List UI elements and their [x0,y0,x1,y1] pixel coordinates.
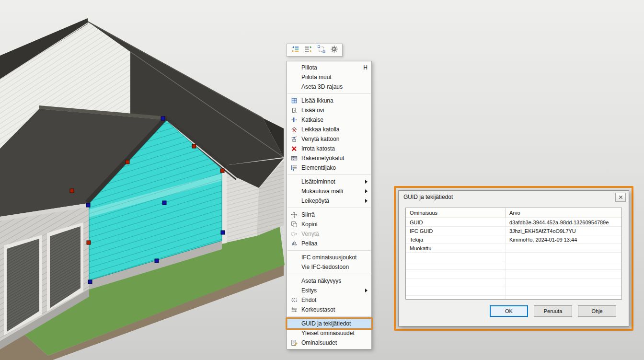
menu-item-kopioi[interactable]: Kopioi [287,220,371,229]
selection-handle-blue[interactable] [221,231,225,234]
menu-item-label: Venytä [301,231,368,237]
element-list-button[interactable] [302,45,314,55]
guid-dialog: GUID ja tekijätiedot Ominaisuus Arvo GUI… [398,190,629,326]
table-header[interactable]: Ominaisuus Arvo [406,208,621,218]
table-row[interactable] [406,279,621,287]
selection-handle-red[interactable] [70,189,74,193]
menu-item-lisatoiminnot[interactable]: Lisätoiminnot [287,177,371,186]
selection-handle-red[interactable] [192,144,196,148]
table-row[interactable]: IFC GUID3Jhzi_EKH5AfZT4oO9L7YU [406,227,621,235]
selection-handle-blue[interactable] [86,203,90,207]
selection-handle-red[interactable] [220,169,224,173]
table-row[interactable]: Muokattu [406,244,621,253]
menu-item-piilota[interactable]: PiilotaH [287,63,371,72]
menu-item-vie-ifc-tiedostoon[interactable]: Vie IFC-tiedostoon [287,262,371,272]
no-icon [290,187,299,195]
value-cell [506,270,621,278]
menu-item-label: Piilota [301,64,358,71]
menu-item-label: Korkeustasot [301,306,368,313]
cut-roof-icon [290,126,299,133]
context-menu: PiilotaHPiilota muutAseta 3D-rajausLisää… [287,61,372,349]
menu-item-peilaa[interactable]: Peilaa [287,239,371,248]
menu-item-guid-ja-tekijatiedot[interactable]: GUID ja tekijätiedot [287,319,371,328]
table-row[interactable]: GUIDd3afdb3e-3944-452a-98dd-13260954789e [406,218,621,227]
dialog-body: Ominaisuus Arvo GUIDd3afdb3e-3944-452a-9… [399,203,629,326]
column-header-property[interactable]: Ominaisuus [406,208,506,218]
menu-item-label: Kopioi [301,221,368,228]
menu-item-label: Leikkaa katolla [301,126,368,133]
selection-handle-red[interactable] [87,241,91,244]
menu-item-elementtijako[interactable]: Elementtijako [287,163,371,173]
menu-item-label: Lisää ikkuna [301,97,368,104]
settings-gear-button[interactable] [328,45,340,55]
menu-item-ifc-ominaisuusjoukot[interactable]: IFC ominaisuusjoukot [287,253,371,262]
table-row[interactable] [406,296,621,300]
ohje-button[interactable]: Ohje [578,305,616,317]
split-icon [290,116,299,124]
properties-icon [290,339,299,347]
menu-item-aseta-3d-rajaus[interactable]: Aseta 3D-rajaus [287,82,371,92]
menu-item-lisaa-ikkuna[interactable]: Lisää ikkuna [287,96,371,105]
menu-item-rakennetyokalut[interactable]: Rakennetyökalut [287,153,371,163]
no-icon [290,73,299,81]
no-icon [290,254,299,261]
selection-handle-blue[interactable] [162,201,166,205]
menu-item-korkeustasot[interactable]: Korkeustasot [287,305,371,314]
menu-item-aseta-nakyvyys[interactable]: Aseta näkyvyys [287,276,371,286]
value-cell: KimmoHo, 2024-01-09 13:44 [506,235,621,244]
peruuta-button[interactable]: Peruuta [534,305,572,317]
viewport-background: PiilotaHPiilota muutAseta 3D-rajausLisää… [0,0,644,360]
menu-item-leikepoyta[interactable]: Leikepöytä [287,196,371,206]
ok-button[interactable]: OK [490,305,528,317]
menu-item-katkaise[interactable]: Katkaise [287,115,371,125]
menu-item-label: GUID ja tekijätiedot [301,320,368,327]
selection-handle-blue[interactable] [88,280,92,284]
menu-item-venyta[interactable]: Venytä [287,229,371,239]
dialog-title: GUID ja tekijätiedot [403,194,453,200]
menu-item-esitys[interactable]: Esitys [287,286,371,295]
menu-item-label: Peilaa [301,240,368,247]
menu-item-irrota-katosta[interactable]: Irrota katosta [287,144,371,153]
extend-roof-icon [290,135,299,143]
menu-item-siirra[interactable]: Siirrä [287,210,371,220]
submenu-arrow-icon [365,180,368,184]
menu-item-label: Rakennetyökalut [301,155,368,162]
table-row[interactable] [406,287,621,296]
table-row[interactable]: TekijäKimmoHo, 2024-01-09 13:44 [406,235,621,244]
value-cell [506,253,621,261]
table-row[interactable] [406,270,621,279]
menu-item-label: Lisää ovi [301,107,368,114]
dialog-titlebar[interactable]: GUID ja tekijätiedot [399,191,629,203]
menu-item-label: Irrota katosta [301,145,368,152]
close-button[interactable] [615,193,626,202]
selection-handle-blue[interactable] [155,259,159,263]
menu-item-lisaa-ovi[interactable]: Lisää ovi [287,105,371,115]
menu-item-label: Aseta 3D-rajaus [301,83,368,90]
selection-frame-button[interactable] [315,45,327,55]
menu-separator [288,93,371,94]
selection-handle-red[interactable] [126,160,129,164]
conditions-icon [290,296,299,304]
submenu-arrow-icon [365,199,368,203]
column-header-value[interactable]: Arvo [506,208,621,218]
table-row[interactable] [406,261,621,270]
no-icon [290,263,299,271]
menu-item-ominaisuudet[interactable]: Ominaisuudet [287,338,371,348]
menu-item-ehdot[interactable]: Ehdot [287,295,371,305]
menu-item-leikkaa-katolla[interactable]: Leikkaa katolla [287,125,371,134]
selection-handle-blue[interactable] [161,116,165,120]
no-icon [290,287,299,294]
menu-item-venyta-kattoon[interactable]: Venytä kattoon [287,134,371,144]
menu-item-label: Elementtijako [301,164,368,171]
property-cell [406,270,506,278]
no-icon [290,277,299,285]
model-organizer-button[interactable] [289,45,301,55]
property-cell: IFC GUID [406,227,506,235]
table-row[interactable] [406,253,621,261]
door-icon [290,106,299,114]
value-cell: 3Jhzi_EKH5AfZT4oO9L7YU [506,227,621,235]
menu-item-piilota-muut[interactable]: Piilota muut [287,72,371,82]
menu-item-mukautuva-malli[interactable]: Mukautuva malli [287,186,371,196]
menu-item-yleiset-ominaisuudet[interactable]: Yleiset ominaisuudet [287,328,371,338]
no-icon [290,329,299,337]
